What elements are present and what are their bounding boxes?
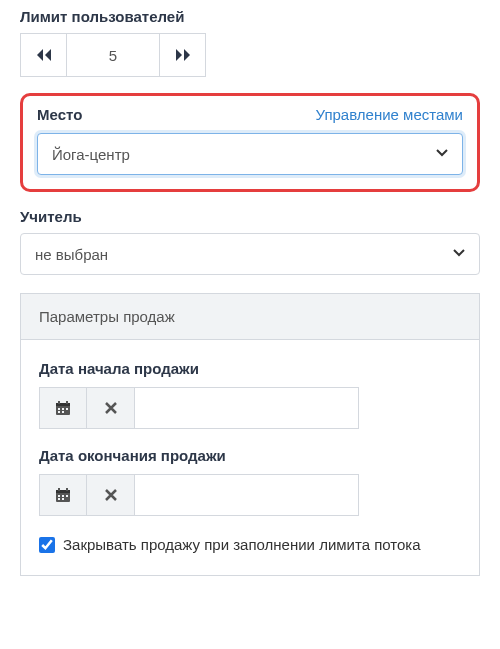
sales-parameters-panel: Параметры продаж Дата начала продажи Дат… (20, 293, 480, 576)
svg-rect-8 (62, 411, 64, 413)
svg-rect-11 (58, 488, 60, 491)
sale-start-label: Дата начала продажи (39, 360, 461, 377)
place-select-wrap: Йога-центр (37, 133, 463, 175)
calendar-button[interactable] (39, 387, 87, 429)
svg-rect-17 (62, 498, 64, 500)
svg-rect-12 (66, 488, 68, 491)
decrement-button[interactable] (21, 34, 67, 76)
user-limit-stepper (20, 33, 206, 77)
double-chevron-right-icon (175, 48, 191, 62)
sale-end-label: Дата окончания продажи (39, 447, 461, 464)
close-on-limit-label: Закрывать продажу при заполнении лимита … (63, 534, 421, 557)
teacher-select-wrap: не выбран (20, 233, 480, 275)
teacher-group: Учитель не выбран (20, 208, 480, 275)
calendar-icon (55, 400, 71, 416)
manage-places-link[interactable]: Управление местами (316, 106, 463, 123)
sale-end-group: Дата окончания продажи (39, 447, 461, 516)
close-icon (105, 489, 117, 501)
close-on-limit-checkbox[interactable] (39, 537, 55, 553)
svg-rect-14 (62, 495, 64, 497)
sale-start-input[interactable] (135, 387, 359, 429)
sale-start-input-group (39, 387, 359, 429)
clear-date-button[interactable] (87, 474, 135, 516)
clear-date-button[interactable] (87, 387, 135, 429)
user-limit-label: Лимит пользователей (20, 8, 480, 25)
svg-rect-7 (58, 411, 60, 413)
sale-end-input[interactable] (135, 474, 359, 516)
sales-panel-body: Дата начала продажи Дата окончания прода… (21, 340, 479, 575)
close-on-limit-row: Закрывать продажу при заполнении лимита … (39, 534, 461, 557)
close-icon (105, 402, 117, 414)
svg-rect-3 (66, 401, 68, 404)
sale-start-group: Дата начала продажи (39, 360, 461, 429)
svg-rect-5 (62, 408, 64, 410)
user-limit-input[interactable] (67, 34, 159, 76)
place-header: Место Управление местами (37, 106, 463, 123)
user-limit-group: Лимит пользователей (20, 8, 480, 77)
place-section: Место Управление местами Йога-центр (20, 93, 480, 192)
svg-rect-2 (58, 401, 60, 404)
svg-rect-13 (58, 495, 60, 497)
teacher-label: Учитель (20, 208, 480, 225)
sales-panel-title: Параметры продаж (21, 294, 479, 340)
place-select[interactable]: Йога-центр (37, 133, 463, 175)
teacher-select-value: не выбран (35, 246, 108, 263)
double-chevron-left-icon (36, 48, 52, 62)
svg-rect-4 (58, 408, 60, 410)
svg-rect-15 (66, 495, 68, 497)
svg-rect-16 (58, 498, 60, 500)
place-select-value: Йога-центр (52, 146, 130, 163)
sale-end-input-group (39, 474, 359, 516)
calendar-button[interactable] (39, 474, 87, 516)
increment-button[interactable] (159, 34, 205, 76)
svg-rect-6 (66, 408, 68, 410)
calendar-icon (55, 487, 71, 503)
place-label: Место (37, 106, 82, 123)
teacher-select[interactable]: не выбран (20, 233, 480, 275)
